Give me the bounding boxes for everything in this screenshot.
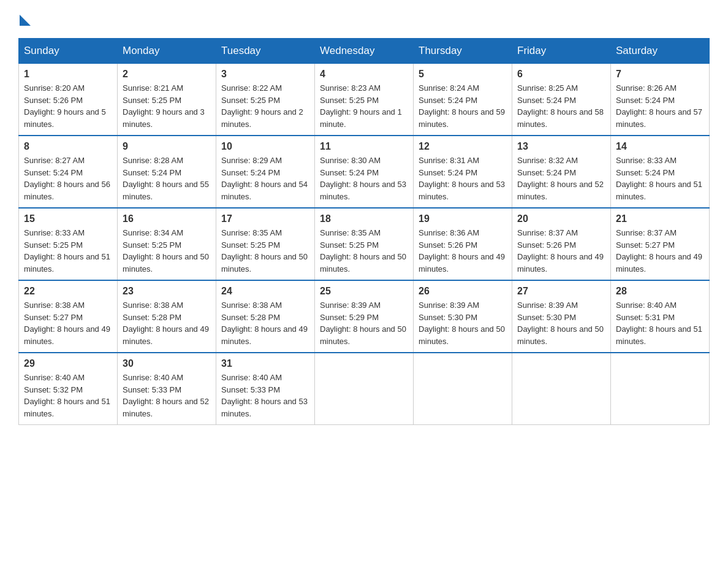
calendar-cell: 27 Sunrise: 8:39 AMSunset: 5:30 PMDaylig…: [512, 280, 611, 353]
day-info: Sunrise: 8:28 AMSunset: 5:24 PMDaylight:…: [123, 155, 211, 202]
day-number: 27: [517, 286, 605, 297]
page-header: [18, 12, 710, 26]
logo-arrow-icon: [20, 15, 31, 26]
day-number: 22: [24, 286, 112, 297]
calendar-cell: 25 Sunrise: 8:39 AMSunset: 5:29 PMDaylig…: [315, 280, 414, 353]
day-info: Sunrise: 8:38 AMSunset: 5:28 PMDaylight:…: [221, 299, 309, 347]
calendar-table: SundayMondayTuesdayWednesdayThursdayFrid…: [18, 38, 710, 425]
day-info: Sunrise: 8:40 AMSunset: 5:33 PMDaylight:…: [123, 372, 211, 419]
calendar-cell: [512, 353, 611, 425]
day-info: Sunrise: 8:30 AMSunset: 5:24 PMDaylight:…: [320, 155, 408, 202]
day-info: Sunrise: 8:31 AMSunset: 5:24 PMDaylight:…: [419, 155, 507, 202]
day-number: 24: [221, 286, 309, 297]
day-number: 12: [419, 141, 507, 152]
day-number: 13: [517, 141, 605, 152]
calendar-cell: 7 Sunrise: 8:26 AMSunset: 5:24 PMDayligh…: [611, 64, 710, 136]
day-info: Sunrise: 8:29 AMSunset: 5:24 PMDaylight:…: [221, 155, 309, 202]
day-number: 14: [616, 141, 704, 152]
calendar-cell: 31 Sunrise: 8:40 AMSunset: 5:33 PMDaylig…: [216, 353, 315, 425]
calendar-cell: 9 Sunrise: 8:28 AMSunset: 5:24 PMDayligh…: [118, 136, 216, 208]
calendar-cell: 1 Sunrise: 8:20 AMSunset: 5:26 PMDayligh…: [19, 64, 118, 136]
day-number: 4: [320, 69, 408, 80]
calendar-cell: 21 Sunrise: 8:37 AMSunset: 5:27 PMDaylig…: [611, 208, 710, 280]
day-number: 1: [24, 69, 112, 80]
day-number: 21: [616, 213, 704, 224]
day-info: Sunrise: 8:33 AMSunset: 5:25 PMDaylight:…: [24, 227, 112, 275]
day-number: 15: [24, 213, 112, 224]
header-sunday: Sunday: [19, 39, 118, 64]
day-number: 28: [616, 286, 704, 297]
calendar-cell: 16 Sunrise: 8:34 AMSunset: 5:25 PMDaylig…: [118, 208, 216, 280]
day-info: Sunrise: 8:40 AMSunset: 5:33 PMDaylight:…: [221, 372, 309, 419]
calendar-cell: 18 Sunrise: 8:35 AMSunset: 5:25 PMDaylig…: [315, 208, 414, 280]
day-number: 20: [517, 213, 605, 224]
day-number: 9: [123, 141, 211, 152]
day-number: 26: [419, 286, 507, 297]
calendar-cell: 11 Sunrise: 8:30 AMSunset: 5:24 PMDaylig…: [315, 136, 414, 208]
day-number: 11: [320, 141, 408, 152]
day-info: Sunrise: 8:27 AMSunset: 5:24 PMDaylight:…: [24, 155, 112, 202]
calendar-cell: 8 Sunrise: 8:27 AMSunset: 5:24 PMDayligh…: [19, 136, 118, 208]
calendar-cell: 6 Sunrise: 8:25 AMSunset: 5:24 PMDayligh…: [512, 64, 611, 136]
day-info: Sunrise: 8:35 AMSunset: 5:25 PMDaylight:…: [221, 227, 309, 275]
calendar-cell: 10 Sunrise: 8:29 AMSunset: 5:24 PMDaylig…: [216, 136, 315, 208]
day-number: 10: [221, 141, 309, 152]
calendar-cell: 22 Sunrise: 8:38 AMSunset: 5:27 PMDaylig…: [19, 280, 118, 353]
logo: [18, 12, 31, 26]
calendar-cell: [315, 353, 414, 425]
day-info: Sunrise: 8:35 AMSunset: 5:25 PMDaylight:…: [320, 227, 408, 275]
day-number: 31: [221, 358, 309, 369]
day-number: 2: [123, 69, 211, 80]
calendar-cell: 3 Sunrise: 8:22 AMSunset: 5:25 PMDayligh…: [216, 64, 315, 136]
calendar-cell: 26 Sunrise: 8:39 AMSunset: 5:30 PMDaylig…: [414, 280, 512, 353]
day-number: 17: [221, 213, 309, 224]
day-number: 16: [123, 213, 211, 224]
calendar-week-5: 29 Sunrise: 8:40 AMSunset: 5:32 PMDaylig…: [19, 353, 710, 425]
day-number: 29: [24, 358, 112, 369]
calendar-cell: 17 Sunrise: 8:35 AMSunset: 5:25 PMDaylig…: [216, 208, 315, 280]
day-number: 23: [123, 286, 211, 297]
day-number: 8: [24, 141, 112, 152]
header-wednesday: Wednesday: [315, 39, 414, 64]
day-number: 7: [616, 69, 704, 80]
calendar-week-3: 15 Sunrise: 8:33 AMSunset: 5:25 PMDaylig…: [19, 208, 710, 280]
calendar-cell: 20 Sunrise: 8:37 AMSunset: 5:26 PMDaylig…: [512, 208, 611, 280]
calendar-cell: 29 Sunrise: 8:40 AMSunset: 5:32 PMDaylig…: [19, 353, 118, 425]
day-info: Sunrise: 8:20 AMSunset: 5:26 PMDaylight:…: [24, 82, 112, 130]
calendar-cell: [611, 353, 710, 425]
calendar-cell: 28 Sunrise: 8:40 AMSunset: 5:31 PMDaylig…: [611, 280, 710, 353]
day-number: 5: [419, 69, 507, 80]
calendar-cell: [414, 353, 512, 425]
calendar-week-1: 1 Sunrise: 8:20 AMSunset: 5:26 PMDayligh…: [19, 64, 710, 136]
day-info: Sunrise: 8:36 AMSunset: 5:26 PMDaylight:…: [419, 227, 507, 275]
calendar-cell: 19 Sunrise: 8:36 AMSunset: 5:26 PMDaylig…: [414, 208, 512, 280]
day-info: Sunrise: 8:37 AMSunset: 5:26 PMDaylight:…: [517, 227, 605, 275]
day-number: 18: [320, 213, 408, 224]
day-number: 19: [419, 213, 507, 224]
day-info: Sunrise: 8:38 AMSunset: 5:28 PMDaylight:…: [123, 299, 211, 347]
calendar-cell: 5 Sunrise: 8:24 AMSunset: 5:24 PMDayligh…: [414, 64, 512, 136]
day-info: Sunrise: 8:38 AMSunset: 5:27 PMDaylight:…: [24, 299, 112, 347]
day-info: Sunrise: 8:23 AMSunset: 5:25 PMDaylight:…: [320, 82, 408, 130]
day-number: 6: [517, 69, 605, 80]
day-info: Sunrise: 8:26 AMSunset: 5:24 PMDaylight:…: [616, 82, 704, 130]
calendar-cell: 15 Sunrise: 8:33 AMSunset: 5:25 PMDaylig…: [19, 208, 118, 280]
calendar-header-row: SundayMondayTuesdayWednesdayThursdayFrid…: [19, 39, 710, 64]
day-info: Sunrise: 8:40 AMSunset: 5:32 PMDaylight:…: [24, 372, 112, 419]
calendar-week-2: 8 Sunrise: 8:27 AMSunset: 5:24 PMDayligh…: [19, 136, 710, 208]
day-info: Sunrise: 8:40 AMSunset: 5:31 PMDaylight:…: [616, 299, 704, 347]
day-info: Sunrise: 8:37 AMSunset: 5:27 PMDaylight:…: [616, 227, 704, 275]
calendar-cell: 2 Sunrise: 8:21 AMSunset: 5:25 PMDayligh…: [118, 64, 216, 136]
day-info: Sunrise: 8:21 AMSunset: 5:25 PMDaylight:…: [123, 82, 211, 130]
day-info: Sunrise: 8:39 AMSunset: 5:30 PMDaylight:…: [419, 299, 507, 347]
calendar-cell: 4 Sunrise: 8:23 AMSunset: 5:25 PMDayligh…: [315, 64, 414, 136]
header-friday: Friday: [512, 39, 611, 64]
day-number: 25: [320, 286, 408, 297]
header-thursday: Thursday: [414, 39, 512, 64]
calendar-cell: 23 Sunrise: 8:38 AMSunset: 5:28 PMDaylig…: [118, 280, 216, 353]
calendar-cell: 24 Sunrise: 8:38 AMSunset: 5:28 PMDaylig…: [216, 280, 315, 353]
day-info: Sunrise: 8:32 AMSunset: 5:24 PMDaylight:…: [517, 155, 605, 202]
calendar-cell: 13 Sunrise: 8:32 AMSunset: 5:24 PMDaylig…: [512, 136, 611, 208]
header-tuesday: Tuesday: [216, 39, 315, 64]
header-saturday: Saturday: [611, 39, 710, 64]
